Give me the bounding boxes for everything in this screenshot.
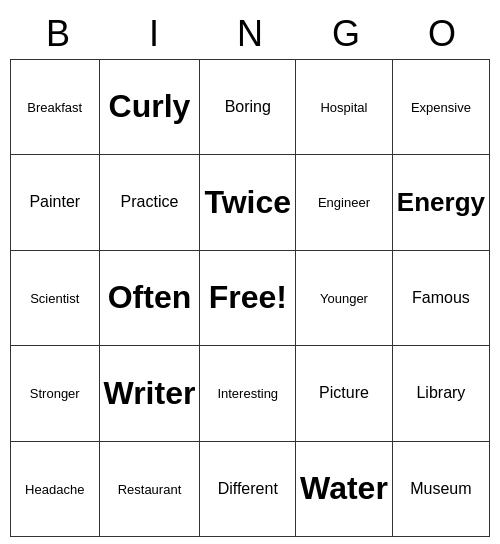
- header-letter: N: [202, 13, 298, 55]
- bingo-card: BINGO BreakfastCurlyBoringHospitalExpens…: [10, 7, 490, 537]
- bingo-cell: Expensive: [392, 59, 489, 155]
- bingo-cell: Free!: [200, 250, 296, 346]
- bingo-grid: BreakfastCurlyBoringHospitalExpensivePai…: [10, 59, 490, 537]
- cell-text: Library: [416, 384, 465, 402]
- bingo-cell: Interesting: [200, 346, 296, 442]
- bingo-cell: Library: [392, 346, 489, 442]
- bingo-cell: Breakfast: [11, 59, 100, 155]
- bingo-cell: Energy: [392, 155, 489, 251]
- bingo-cell: Practice: [99, 155, 200, 251]
- cell-text: Free!: [209, 279, 287, 316]
- cell-text: Breakfast: [27, 100, 82, 115]
- bingo-cell: Different: [200, 441, 296, 537]
- table-row: HeadacheRestaurantDifferentWaterMuseum: [11, 441, 490, 537]
- bingo-cell: Picture: [296, 346, 393, 442]
- table-row: ScientistOftenFree!YoungerFamous: [11, 250, 490, 346]
- cell-text: Boring: [225, 98, 271, 116]
- cell-text: Curly: [109, 88, 191, 125]
- bingo-cell: Twice: [200, 155, 296, 251]
- cell-text: Stronger: [30, 386, 80, 401]
- cell-text: Famous: [412, 289, 470, 307]
- cell-text: Often: [108, 279, 192, 316]
- bingo-cell: Famous: [392, 250, 489, 346]
- cell-text: Twice: [204, 184, 291, 221]
- header-letter: I: [106, 13, 202, 55]
- bingo-cell: Often: [99, 250, 200, 346]
- header-letter: G: [298, 13, 394, 55]
- cell-text: Hospital: [320, 100, 367, 115]
- bingo-cell: Writer: [99, 346, 200, 442]
- bingo-cell: Younger: [296, 250, 393, 346]
- cell-text: Painter: [29, 193, 80, 211]
- cell-text: Water: [300, 470, 388, 507]
- table-row: BreakfastCurlyBoringHospitalExpensive: [11, 59, 490, 155]
- cell-text: Energy: [397, 187, 485, 218]
- cell-text: Different: [218, 480, 278, 498]
- cell-text: Picture: [319, 384, 369, 402]
- bingo-cell: Museum: [392, 441, 489, 537]
- bingo-cell: Water: [296, 441, 393, 537]
- bingo-cell: Headache: [11, 441, 100, 537]
- cell-text: Engineer: [318, 195, 370, 210]
- bingo-cell: Restaurant: [99, 441, 200, 537]
- bingo-cell: Painter: [11, 155, 100, 251]
- bingo-cell: Boring: [200, 59, 296, 155]
- cell-text: Expensive: [411, 100, 471, 115]
- bingo-cell: Hospital: [296, 59, 393, 155]
- bingo-header: BINGO: [10, 7, 490, 59]
- bingo-cell: Engineer: [296, 155, 393, 251]
- cell-text: Younger: [320, 291, 368, 306]
- cell-text: Restaurant: [118, 482, 182, 497]
- cell-text: Interesting: [217, 386, 278, 401]
- table-row: PainterPracticeTwiceEngineerEnergy: [11, 155, 490, 251]
- bingo-cell: Stronger: [11, 346, 100, 442]
- cell-text: Writer: [104, 375, 196, 412]
- cell-text: Scientist: [30, 291, 79, 306]
- cell-text: Museum: [410, 480, 471, 498]
- header-letter: B: [10, 13, 106, 55]
- cell-text: Practice: [121, 193, 179, 211]
- bingo-cell: Curly: [99, 59, 200, 155]
- table-row: StrongerWriterInterestingPictureLibrary: [11, 346, 490, 442]
- cell-text: Headache: [25, 482, 84, 497]
- header-letter: O: [394, 13, 490, 55]
- bingo-cell: Scientist: [11, 250, 100, 346]
